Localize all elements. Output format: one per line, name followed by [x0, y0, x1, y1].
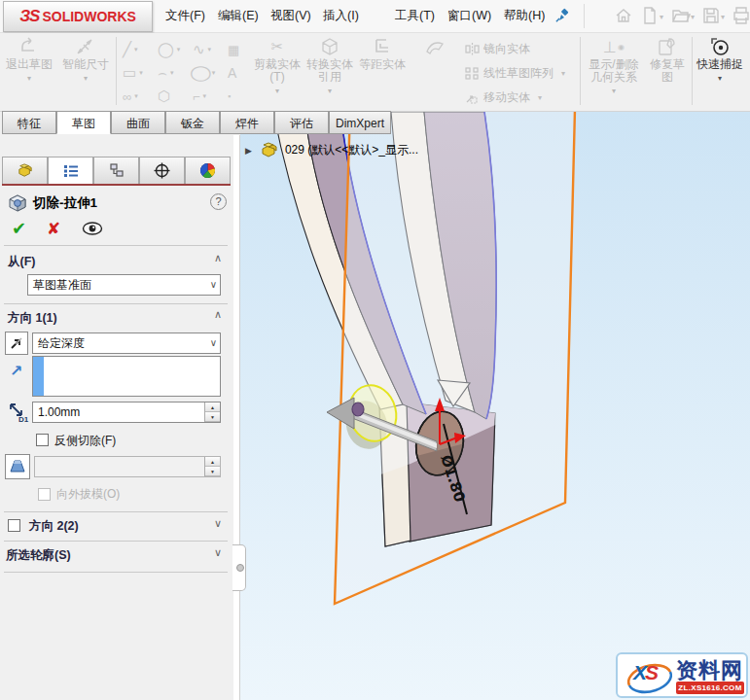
surface-offset-icon: [409, 35, 461, 58]
spline-tool-icon: ∿▾: [193, 41, 211, 58]
tab-weldments[interactable]: 焊件: [220, 111, 274, 134]
menu-file[interactable]: 文件(F): [156, 0, 215, 31]
end-condition-value: 给定深度: [38, 336, 85, 350]
pm-tab-underline: [2, 184, 231, 186]
direction2-expand-chevron-icon[interactable]: ∨: [214, 517, 222, 530]
section-divider: [4, 245, 228, 246]
circle-tool-icon: ◯▾: [158, 41, 180, 58]
panel-gutter: [233, 135, 240, 700]
tab-features[interactable]: 特征: [2, 111, 56, 134]
direction2-checkbox[interactable]: [8, 519, 20, 532]
ok-button[interactable]: ✔: [12, 218, 26, 239]
open-file-icon[interactable]: [671, 7, 691, 24]
menu-window[interactable]: 窗口(W): [438, 0, 501, 31]
panel-title: 切除-拉伸1: [33, 194, 97, 212]
help-icon[interactable]: ?: [210, 193, 227, 210]
text-tool-icon: A: [228, 64, 236, 82]
selected-contours-expand-chevron-icon[interactable]: ∨: [214, 546, 222, 559]
trim-entities-icon: ✂: [251, 35, 304, 58]
offset-entities-button: 等距实体: [356, 35, 409, 71]
part-icon: [260, 142, 279, 158]
spinner-buttons: ▲▼: [204, 457, 220, 476]
spin-up-icon[interactable]: ▲: [205, 402, 220, 412]
tab-propertymanager[interactable]: [48, 157, 93, 185]
feature-tree-root[interactable]: ▶ 029 (默认<<默认>_显示...: [245, 142, 418, 158]
tab-featuremanager[interactable]: [2, 157, 48, 185]
tab-dimxpert[interactable]: DimXpert: [329, 111, 391, 134]
direction-reference-selection-box[interactable]: [32, 356, 221, 397]
print-icon[interactable]: [732, 7, 750, 24]
ribbon-separator: [580, 37, 581, 105]
rectangle-tool-icon: ▭▾: [123, 64, 143, 82]
flip-side-checkbox[interactable]: [36, 434, 49, 446]
mirror-entities-button: 镜向实体: [465, 41, 530, 56]
depth-spinner[interactable]: 1.00mm ▲▼: [32, 402, 221, 423]
linear-pattern-button: 线性草图阵列▾: [465, 65, 565, 81]
from-condition-dropdown[interactable]: 草图基准面 ∨: [27, 274, 221, 296]
repair-sketch-button: 修复草图: [645, 35, 690, 84]
reverse-direction-button[interactable]: [5, 332, 28, 355]
open-file-caret[interactable]: ▾: [691, 13, 695, 21]
selected-contours-section-header[interactable]: 所选轮廓(S): [6, 547, 71, 564]
spin-down-icon[interactable]: ▼: [205, 412, 220, 422]
watermark-url: ZL.XS1616.COM: [676, 682, 744, 694]
featuremanager-icon: [17, 163, 34, 178]
move-entities-button: 移动实体▾: [465, 89, 542, 105]
point-tool-icon: ▪: [228, 88, 231, 105]
surface-offset-button: [409, 35, 461, 58]
new-file-caret[interactable]: ▾: [660, 13, 663, 21]
menu-tools[interactable]: 工具(T): [385, 0, 445, 31]
line-tool-icon: ╱▾: [123, 41, 138, 58]
pin-icon[interactable]: [554, 8, 570, 27]
graphics-viewport[interactable]: Ø1.80: [240, 112, 750, 700]
end-condition-dropdown[interactable]: 给定深度 ∨: [32, 332, 221, 354]
displaymanager-icon: [199, 162, 216, 179]
from-collapse-chevron-icon[interactable]: ∧: [214, 252, 222, 264]
tab-surfaces[interactable]: 曲面: [111, 111, 165, 134]
ellipse-tool-icon: ◯▾: [193, 64, 215, 82]
slot-tool-icon: ∞▾: [123, 88, 138, 105]
propertymanager-icon: [63, 164, 79, 178]
pattern-ghost-icon: ▦: [228, 41, 239, 58]
quick-snaps-button[interactable]: 快速捕捉▾: [695, 35, 745, 83]
from-section-header[interactable]: 从(F): [8, 254, 35, 270]
tab-configurationmanager[interactable]: [93, 157, 139, 185]
brand-name: SOLIDWORKS: [42, 9, 135, 24]
tab-sketch[interactable]: 草图: [56, 111, 111, 134]
dimxpertmanager-icon: [154, 162, 170, 179]
menu-edit[interactable]: 编辑(E): [208, 0, 268, 31]
menu-help[interactable]: 帮助(H): [494, 0, 554, 31]
cancel-button[interactable]: ✘: [47, 219, 60, 239]
home-icon[interactable]: [615, 7, 634, 24]
section-divider: [4, 511, 228, 512]
panel-splitter-handle[interactable]: [232, 544, 246, 591]
tree-expand-arrow-icon[interactable]: ▶: [245, 146, 252, 156]
save-icon[interactable]: [702, 7, 722, 24]
tab-sheetmetal[interactable]: 钣金: [165, 111, 220, 134]
draft-outward-checkbox: [38, 488, 51, 501]
spinner-buttons[interactable]: ▲▼: [204, 402, 220, 422]
menu-view[interactable]: 视图(V): [261, 0, 321, 31]
exit-sketch-icon: [3, 35, 55, 58]
direction2-section-header[interactable]: 方向 2(2): [29, 518, 79, 535]
draft-button[interactable]: [5, 454, 30, 479]
flip-side-label[interactable]: 反侧切除(F): [54, 433, 116, 449]
watermark: XS 资料网 ZL.XS1616.COM: [616, 652, 748, 698]
direction1-section-header[interactable]: 方向 1(1): [8, 310, 57, 327]
menu-insert[interactable]: 插入(I): [313, 0, 369, 31]
watermark-xs: XS: [633, 661, 657, 684]
arc-tool-icon: ⌢▾: [158, 64, 173, 82]
tab-displaymanager[interactable]: [185, 157, 231, 185]
trim-entities-button: ✂ 剪裁实体(T)▾: [251, 35, 304, 95]
tab-evaluate[interactable]: 评估: [274, 111, 329, 134]
direction1-collapse-chevron-icon[interactable]: ∧: [214, 308, 222, 321]
from-condition-value: 草图基准面: [33, 278, 91, 292]
tab-dimxpertmanager[interactable]: [139, 157, 185, 185]
save-caret[interactable]: ▾: [721, 13, 725, 21]
repair-sketch-icon: [645, 35, 690, 58]
new-file-icon[interactable]: [642, 7, 661, 24]
watermark-s: S: [645, 661, 657, 683]
selection-highlight: [33, 357, 44, 396]
spin-down-icon: ▼: [205, 467, 220, 476]
preview-eye-icon[interactable]: [82, 222, 103, 235]
